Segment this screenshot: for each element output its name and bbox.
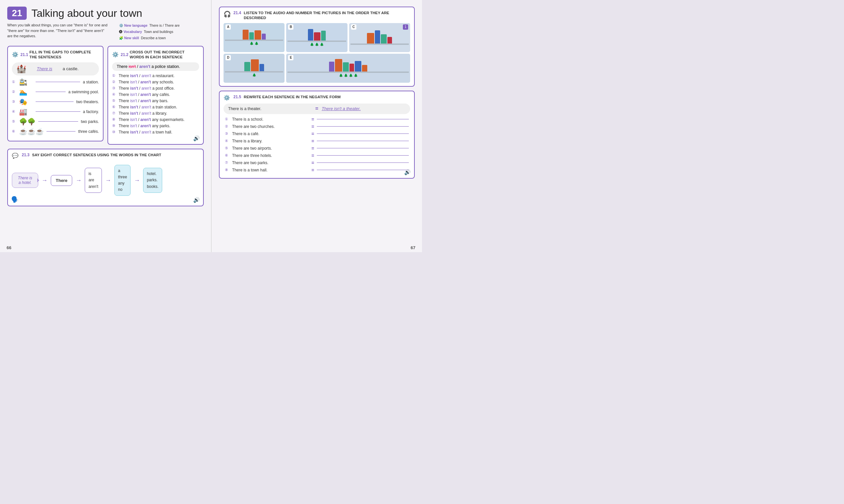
section-21-4-header: 🎧 21.4 LISTEN TO THE AUDIO AND NUMBER TH… bbox=[223, 11, 410, 20]
fill-row-2: ② 🏊 a swimming pool. bbox=[12, 88, 99, 96]
fill-row-4: ④ 🏭 a factory. bbox=[12, 108, 99, 116]
map-buildings-c bbox=[367, 30, 392, 43]
chart-right-box: a three any no bbox=[114, 165, 130, 196]
audio-icon-21-5[interactable]: 🔊 bbox=[404, 169, 411, 175]
meta-new-skill: 🧩 New skill Describe a town bbox=[119, 35, 204, 41]
rewrite-line-2 bbox=[317, 126, 409, 127]
map-cell-a: A 🌲 🌲 bbox=[223, 23, 285, 52]
factory-icon: 🏭 bbox=[19, 108, 33, 116]
building-c2 bbox=[375, 30, 380, 43]
chapter-header: 21 Talking about your town bbox=[7, 6, 204, 20]
crossout-row-4: ④ There isn't / aren't any cafés. bbox=[112, 92, 199, 97]
building-3 bbox=[254, 30, 261, 39]
map-buildings-d bbox=[244, 59, 264, 71]
crossout-row-3: ③ There isn't / aren't a post office. bbox=[112, 86, 199, 91]
meta-new-language: ⚙️ New language There is / There are bbox=[119, 22, 204, 29]
rewrite-text-6: There are three hotels. bbox=[232, 153, 309, 158]
fill-example: 🏰 There is a castle. bbox=[12, 62, 99, 75]
section-21-1-header: ⚙️ 21.1 FILL IN THE GAPS TO COMPLETE THE… bbox=[12, 50, 99, 60]
fill-label-6: three cafés. bbox=[78, 129, 99, 134]
rewrite-row-1: ① There is a school. = bbox=[223, 117, 410, 122]
road-horiz-e bbox=[287, 72, 409, 73]
theater-icon: 🎭 bbox=[19, 98, 33, 106]
crossout-row-8: ⑧ There isn't / aren't any supermarkets. bbox=[112, 118, 199, 122]
chart-content: There is a hotel. → There → is are aren'… bbox=[12, 162, 199, 203]
building-e4 bbox=[349, 64, 354, 72]
audio-icon-21-2[interactable]: 🔊 bbox=[193, 135, 200, 141]
rewrite-orig-example: There is a theater. bbox=[228, 106, 312, 111]
map-label-e: E bbox=[288, 55, 293, 60]
audio-icon-21-3[interactable]: 🔊 bbox=[193, 197, 200, 203]
fill-row-1: ① 🚉 a station. bbox=[12, 78, 99, 86]
tree-row-b: 🌲 🌲 🌲 bbox=[310, 42, 324, 46]
fill-label-2: a swimming pool. bbox=[68, 90, 99, 94]
end-hotel: hotel. bbox=[147, 171, 158, 177]
chart-bubble-text: There is a hotel. bbox=[18, 176, 32, 185]
fill-num-2: ② bbox=[12, 90, 17, 94]
rewrite-line-4 bbox=[317, 141, 409, 141]
fill-line-2 bbox=[36, 92, 66, 92]
road-horiz-d bbox=[225, 71, 283, 73]
building-e5 bbox=[355, 61, 361, 72]
fill-num-6: ⑥ bbox=[12, 129, 17, 133]
fill-row-3: ③ 🎭 two theaters. bbox=[12, 98, 99, 106]
crossout-row-2: ② There isn't / aren't any schools. bbox=[112, 80, 199, 84]
fill-example-answer: There is bbox=[30, 66, 59, 71]
chapter-title: Talking about your town bbox=[31, 7, 142, 19]
map-check-c: 1 bbox=[403, 24, 408, 30]
meta-vocabulary-label: Vocabulary bbox=[124, 30, 142, 34]
rewrite-row-5: ⑤ There are two airports. = bbox=[223, 146, 410, 151]
vocabulary-icon: 🅐 bbox=[119, 30, 123, 34]
right-a: a bbox=[118, 168, 127, 174]
map-cell-c: C 1 bbox=[349, 23, 410, 52]
map-buildings-e bbox=[329, 59, 367, 72]
fill-line-5 bbox=[38, 121, 78, 122]
tree-b1: 🌲 bbox=[310, 42, 314, 46]
fill-row-6: ⑥ ☕☕☕ three cafés. bbox=[12, 128, 99, 136]
chart-bubble: There is a hotel. bbox=[12, 173, 38, 188]
section-21-1-number: 21.1 bbox=[20, 52, 28, 57]
right-any: any bbox=[118, 180, 127, 186]
left-page: 21 Talking about your town When you talk… bbox=[0, 0, 211, 252]
language-icon: ⚙️ bbox=[119, 23, 123, 28]
rewrite-text-5: There are two airports. bbox=[232, 146, 309, 151]
rewrite-text-8: There is a town hall. bbox=[232, 168, 309, 173]
rewrite-line-3 bbox=[317, 133, 409, 134]
section-21-1: ⚙️ 21.1 FILL IN THE GAPS TO COMPLETE THE… bbox=[7, 46, 104, 149]
map-label-a: A bbox=[226, 24, 231, 30]
rewrite-row-3: ③ There is a café. = bbox=[223, 131, 410, 137]
map-buildings-b bbox=[308, 29, 326, 40]
arrow-1: → bbox=[41, 177, 48, 184]
building-b2 bbox=[314, 32, 321, 40]
tree-row-a: 🌲 🌲 bbox=[250, 41, 258, 45]
meta-new-language-label: New language bbox=[124, 23, 148, 28]
section-21-1-box: ⚙️ 21.1 FILL IN THE GAPS TO COMPLETE THE… bbox=[7, 46, 104, 141]
tree-e3: 🌲 bbox=[349, 73, 353, 77]
building-c1 bbox=[367, 33, 374, 43]
arrow-2: → bbox=[75, 177, 82, 184]
fill-line-3 bbox=[36, 102, 73, 102]
intro-row: When you talk about things, you can use … bbox=[7, 22, 204, 41]
rewrite-line-5 bbox=[317, 148, 409, 148]
building-e3 bbox=[343, 62, 349, 72]
section-21-2-title: CROSS OUT THE INCORRECT WORDS IN EACH SE… bbox=[129, 50, 199, 60]
mid-are: are bbox=[88, 177, 98, 183]
castle-icon: 🏰 bbox=[17, 64, 26, 73]
crossout-row-5: ⑤ There isn't / aren't any bars. bbox=[112, 98, 199, 103]
section-21-4-title: LISTEN TO THE AUDIO AND NUMBER THE PICTU… bbox=[244, 11, 410, 20]
mid-arent: aren't bbox=[88, 184, 98, 190]
end-books: books. bbox=[147, 184, 158, 190]
pool-icon: 🏊 bbox=[19, 88, 33, 96]
building-d2 bbox=[251, 59, 259, 71]
skill-icon: 🧩 bbox=[119, 36, 123, 40]
arrow-4: → bbox=[134, 177, 140, 184]
building-4 bbox=[262, 34, 266, 39]
meta-new-language-value: There is / There are bbox=[149, 23, 180, 28]
fill-label-5: two parks. bbox=[81, 119, 99, 124]
audio-person-icon: 🎧 bbox=[223, 11, 231, 18]
park-icon: 🌳🌳 bbox=[19, 118, 36, 126]
section-21-3-icon: 💬 bbox=[12, 152, 18, 159]
section-21-3: 💬 21.3 SAY EIGHT CORRECT SENTENCES USING… bbox=[7, 149, 204, 207]
crossout-row-6: ⑥ There isn't / aren't a train station. bbox=[112, 105, 199, 109]
map-buildings-a bbox=[243, 30, 266, 39]
